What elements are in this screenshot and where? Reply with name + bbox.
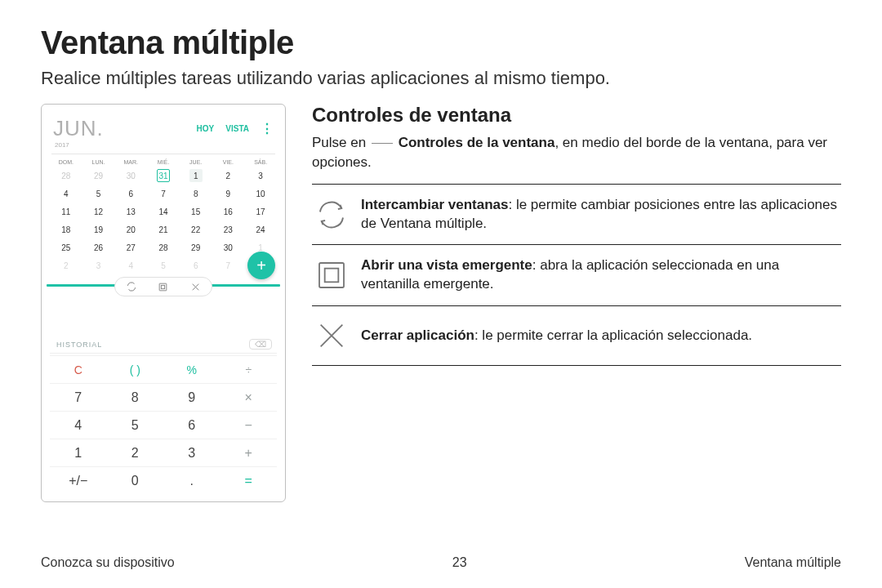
phone-mockup: JUN. HOY VISTA ⋮ 2017 DOM. LUN. MAR. MIÉ…	[41, 104, 286, 502]
calc-key[interactable]: =	[220, 467, 278, 495]
calendar-grid: DOM. LUN. MAR. MIÉ. JUE. VIE. SÁB. 28 29…	[50, 156, 277, 274]
calc-key[interactable]: .	[163, 467, 220, 495]
calc-key[interactable]: C	[50, 356, 107, 384]
calc-key[interactable]: 5	[107, 412, 164, 439]
calc-key[interactable]: %	[163, 356, 220, 384]
dash-icon	[372, 143, 393, 144]
calc-key[interactable]: 4	[50, 412, 107, 439]
svg-rect-1	[162, 285, 165, 288]
calc-key[interactable]: ÷	[220, 356, 278, 384]
close-icon[interactable]	[189, 280, 202, 293]
divider	[51, 154, 275, 154]
calc-key[interactable]: +/−	[50, 467, 107, 495]
section-heading: Controles de ventana	[312, 104, 841, 127]
more-icon[interactable]: ⋮	[261, 125, 274, 133]
feature-close: Cerrar aplicación: le permite cerrar la …	[312, 306, 841, 366]
window-controls-pill[interactable]	[114, 277, 212, 296]
close-icon	[314, 318, 350, 354]
svg-rect-0	[160, 283, 167, 291]
calc-key[interactable]: +	[220, 439, 278, 467]
calendar-today-button[interactable]: HOY	[197, 124, 215, 133]
calc-key[interactable]: 1	[50, 439, 107, 467]
section-intro: Pulse en Controles de la ventana, en med…	[312, 133, 841, 172]
calc-key[interactable]: 2	[107, 439, 164, 467]
popup-icon	[314, 257, 350, 293]
calc-key[interactable]: 8	[107, 384, 164, 412]
calendar-view-button[interactable]: VISTA	[225, 124, 249, 133]
feature-popup: Abrir una vista emergente: abra la aplic…	[312, 245, 841, 306]
calc-history-label[interactable]: HISTORIAL	[56, 341, 102, 349]
calendar-year: 2017	[47, 141, 280, 152]
calendar-month: JUN.	[53, 116, 104, 141]
backspace-icon[interactable]: ⌫	[249, 339, 272, 350]
footer-page-number: 23	[452, 555, 467, 570]
calc-key[interactable]: 0	[107, 467, 164, 495]
calc-key[interactable]: 7	[50, 384, 107, 412]
swap-icon	[314, 197, 350, 233]
page-title: Ventana múltiple	[41, 24, 841, 61]
page-subtitle: Realice múltiples tareas utilizando vari…	[41, 68, 841, 89]
svg-rect-3	[325, 269, 339, 283]
calc-key[interactable]: ( )	[107, 356, 164, 384]
popup-icon[interactable]	[157, 280, 170, 293]
calc-keypad: C ( ) % ÷ 7 8 9 × 4 5 6 −	[50, 355, 277, 495]
svg-rect-2	[319, 263, 344, 287]
calc-key[interactable]: −	[220, 412, 278, 439]
footer-left: Conozca su dispositivo	[41, 555, 175, 570]
calc-key[interactable]: 6	[163, 412, 220, 439]
calc-key[interactable]: ×	[220, 384, 278, 412]
calc-key[interactable]: 9	[163, 384, 220, 412]
footer-right: Ventana múltiple	[745, 555, 841, 570]
calculator-app: HISTORIAL ⌫ C ( ) % ÷ 7 8 9 × 4 5	[47, 296, 280, 495]
feature-swap: Intercambiar ventanas: le permite cambia…	[312, 185, 841, 246]
add-event-button[interactable]: +	[247, 252, 275, 279]
page-footer: Conozca su dispositivo 23 Ventana múltip…	[41, 555, 841, 570]
swap-icon[interactable]	[125, 280, 138, 293]
calc-key[interactable]: 3	[163, 439, 220, 467]
